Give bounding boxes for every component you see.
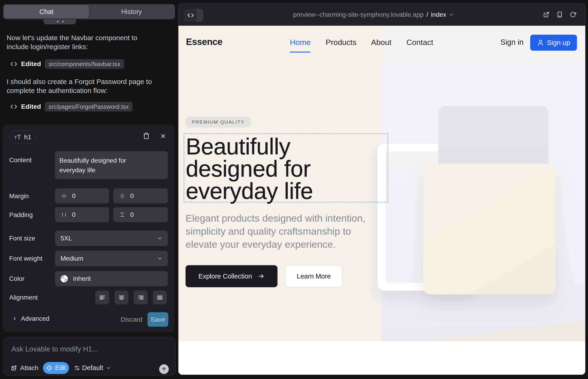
open-external-icon[interactable] (543, 12, 549, 18)
attach-label: Attach (20, 364, 38, 372)
mobile-view-icon[interactable] (557, 12, 563, 18)
color-label: Color (9, 276, 25, 282)
chat-sidebar: Chat History Now let's update the Navbar… (0, 0, 178, 379)
model-select[interactable]: Default (74, 364, 111, 372)
advanced-toggle[interactable]: Advanced (12, 315, 49, 322)
nav-home[interactable]: Home (290, 38, 311, 46)
assistant-message: Now let's update the Navbar component to… (7, 33, 170, 51)
align-right-button[interactable] (134, 290, 148, 304)
preview-browser-frame: preview--charming-site-symphony.lovable.… (178, 3, 586, 375)
alignment-label: Alignment (9, 294, 38, 301)
composer-toolbar: Attach Edit Default (11, 362, 111, 374)
user-icon (537, 39, 544, 46)
padding-x-value: 0 (72, 211, 76, 218)
explore-collection-button[interactable]: Explore Collection (186, 265, 278, 287)
chevron-down-icon (157, 255, 163, 262)
target-icon (46, 365, 52, 371)
element-tag-chip: TT h1 (9, 130, 36, 144)
signup-button[interactable]: Sign up (530, 35, 577, 51)
font-size-label: Font size (9, 235, 35, 242)
hero-heading[interactable]: Beautifully designed for everyday life (186, 135, 313, 202)
browser-actions (543, 3, 576, 26)
tab-chat[interactable]: Chat (4, 5, 89, 18)
color-swatch (61, 275, 68, 283)
font-size-select[interactable]: 5XL (55, 231, 168, 246)
url-bar[interactable]: preview--charming-site-symphony.lovable.… (178, 3, 586, 26)
advanced-label: Advanced (21, 315, 49, 322)
element-tag: h1 (24, 134, 31, 141)
message-line: Now let's update the Navbar component to (7, 33, 170, 42)
discard-button[interactable]: Discard (121, 316, 142, 323)
prompt-input[interactable]: Ask Lovable to modify H1... (12, 345, 98, 353)
attach-button[interactable]: Attach (11, 364, 38, 372)
padding-horizontal-icon (61, 212, 67, 218)
chevron-down-icon (449, 12, 454, 17)
prompt-composer: Ask Lovable to modify H1... Attach Edit … (3, 337, 176, 376)
signin-link[interactable]: Sign in (500, 38, 524, 46)
align-center-icon (118, 294, 125, 301)
tab-history[interactable]: History (89, 5, 174, 18)
delete-icon[interactable] (143, 132, 150, 139)
signup-label: Sign up (547, 39, 570, 47)
align-left-button[interactable] (95, 290, 109, 304)
hero-paragraph: Elegant products designed with intention… (186, 212, 365, 251)
typography-icon: TT (14, 134, 21, 141)
margin-x-input[interactable]: 0 (55, 188, 109, 204)
font-weight-value: Medium (61, 255, 83, 262)
assistant-message: I should also create a Forgot Password p… (7, 77, 170, 95)
align-left-icon (99, 294, 106, 301)
chevron-down-icon (157, 235, 163, 241)
content-label: Content (9, 157, 32, 163)
color-value: Inherit (73, 275, 91, 283)
site-logo[interactable]: Essence (186, 37, 222, 46)
chip-dot (62, 21, 63, 22)
url-separator: / (426, 11, 428, 18)
hero-card-peach (423, 164, 556, 294)
align-right-icon (138, 294, 144, 301)
url-page: index (431, 11, 446, 18)
chevron-right-icon (12, 316, 17, 321)
margin-y-input[interactable]: 0 (113, 188, 168, 204)
nav-contact[interactable]: Contact (406, 38, 433, 46)
margin-horizontal-icon (61, 193, 67, 199)
nav-about[interactable]: About (371, 38, 391, 46)
align-center-button[interactable] (114, 290, 128, 304)
save-button[interactable]: Save (147, 312, 168, 327)
close-icon[interactable] (160, 133, 166, 139)
refresh-icon[interactable] (570, 12, 576, 18)
file-chip[interactable]: src/pages/ForgotPassword.tsx (45, 102, 133, 111)
message-line: include login/register links: (7, 42, 170, 51)
nav-active-underline (290, 52, 310, 52)
heading-line: designed for (186, 158, 313, 180)
sliders-icon (74, 365, 80, 371)
file-chip[interactable]: src/components/Navbar.tsx (45, 59, 124, 69)
message-line: complete the authentication flow: (7, 86, 170, 95)
font-size-value: 5XL (61, 235, 72, 242)
padding-x-input[interactable]: 0 (55, 207, 109, 222)
nav-products[interactable]: Products (326, 38, 356, 46)
content-input[interactable]: Beautifully designed for everyday life (55, 151, 168, 179)
align-justify-button[interactable] (153, 290, 167, 304)
url-domain: preview--charming-site-symphony.lovable.… (293, 11, 424, 18)
browser-toolbar: preview--charming-site-symphony.lovable.… (178, 3, 586, 26)
font-weight-select[interactable]: Medium (55, 251, 168, 266)
chat-history-tabs: Chat History (3, 4, 175, 19)
site-preview: Essence Home Products About Contact Sign… (178, 26, 586, 375)
edit-mode-button[interactable]: Edit (43, 362, 69, 374)
edited-file-row: Edited src/components/Navbar.tsx (10, 59, 124, 69)
color-select[interactable]: Inherit (55, 271, 168, 286)
paragraph-line: Elegant products designed with intention… (186, 212, 365, 225)
message-line: I should also create a Forgot Password p… (7, 77, 170, 86)
site-next-section (178, 341, 586, 375)
content-value: Beautifully designed for everyday life (59, 156, 153, 175)
learn-more-button[interactable]: Learn More (285, 265, 342, 287)
padding-y-value: 0 (130, 211, 134, 218)
margin-y-value: 0 (130, 192, 134, 200)
padding-y-input[interactable]: 0 (113, 207, 168, 222)
send-button[interactable] (159, 364, 169, 374)
hero-badge: PREMIUM QUALITY (185, 117, 251, 127)
code-icon (10, 61, 17, 67)
heading-line: Beautifully (186, 135, 313, 158)
code-icon (10, 103, 17, 110)
cta-secondary-label: Learn More (297, 272, 331, 280)
